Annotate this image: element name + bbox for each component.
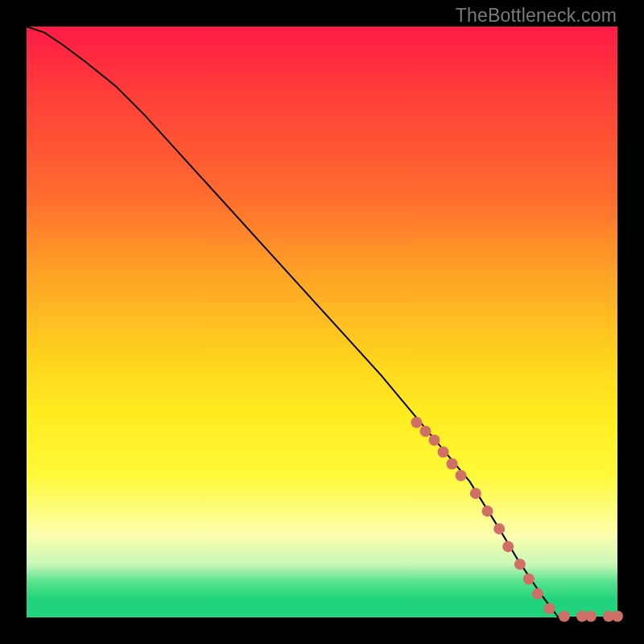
- curve-markers: [411, 417, 623, 622]
- curve-marker: [470, 488, 481, 499]
- curve-marker: [532, 588, 543, 600]
- curve-marker: [420, 426, 431, 437]
- bottleneck-curve: [27, 27, 617, 617]
- curve-marker: [523, 573, 535, 584]
- curve-marker: [559, 611, 570, 622]
- curve-marker: [514, 559, 526, 570]
- chart-frame: TheBottleneck.com: [0, 0, 644, 644]
- watermark-text: TheBottleneck.com: [456, 5, 617, 27]
- curve-marker: [429, 435, 440, 446]
- curve-marker: [456, 470, 467, 481]
- curve-marker: [411, 417, 422, 428]
- curve-marker: [544, 603, 555, 614]
- curve-marker: [585, 611, 597, 622]
- curve-marker: [482, 506, 493, 517]
- curve-svg: [27, 27, 617, 617]
- curve-marker: [447, 458, 458, 469]
- curve-marker: [438, 447, 449, 458]
- plot-area: [27, 27, 617, 617]
- curve-marker: [493, 523, 505, 535]
- curve-marker: [502, 541, 514, 552]
- curve-marker: [612, 611, 623, 622]
